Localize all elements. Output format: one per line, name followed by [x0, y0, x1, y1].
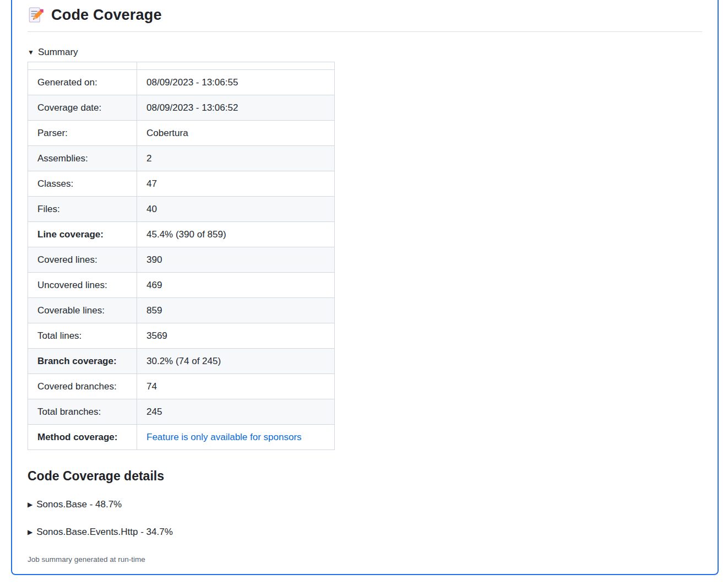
assembly-toggle[interactable]: ▶Sonos.Base.Events.Http - 34.7%	[28, 527, 702, 538]
row-label: Coverable lines:	[28, 298, 137, 323]
table-header-row	[28, 62, 335, 70]
row-label: Total lines:	[28, 323, 137, 349]
sponsors-link[interactable]: Feature is only available for sponsors	[146, 432, 302, 442]
table-header-cell	[28, 62, 137, 70]
table-row: Files: 40	[28, 197, 335, 222]
memo-icon	[28, 7, 45, 24]
row-value: 47	[137, 171, 335, 197]
row-label: Covered branches:	[28, 374, 137, 399]
row-label: Line coverage:	[28, 222, 137, 247]
assembly-label: Sonos.Base - 48.7%	[36, 499, 122, 510]
table-row: Coverage date: 08/09/2023 - 13:06:52	[28, 95, 335, 121]
assembly-label: Sonos.Base.Events.Http - 34.7%	[36, 527, 173, 537]
summary-toggle[interactable]: ▼Summary	[28, 47, 702, 58]
table-row: Uncovered lines: 469	[28, 273, 335, 298]
row-value: Feature is only available for sponsors	[137, 425, 335, 450]
coverage-summary-table: Generated on: 08/09/2023 - 13:06:55 Cove…	[28, 62, 335, 450]
triangle-right-icon: ▶	[28, 528, 32, 536]
table-row: Generated on: 08/09/2023 - 13:06:55	[28, 70, 335, 95]
page-title: Code Coverage	[51, 7, 162, 24]
row-label: Coverage date:	[28, 95, 137, 121]
row-label: Branch coverage:	[28, 349, 137, 374]
table-row: Line coverage: 45.4% (390 of 859)	[28, 222, 335, 247]
row-label: Classes:	[28, 171, 137, 197]
triangle-down-icon: ▼	[28, 48, 34, 56]
triangle-right-icon: ▶	[28, 501, 32, 508]
row-value: 30.2% (74 of 245)	[137, 349, 335, 374]
row-label: Assemblies:	[28, 146, 137, 171]
row-label: Uncovered lines:	[28, 273, 137, 298]
row-value: Cobertura	[137, 121, 335, 146]
row-label: Parser:	[28, 121, 137, 146]
table-row: Covered lines: 390	[28, 247, 335, 273]
table-row: Classes: 47	[28, 171, 335, 197]
page-header: Code Coverage	[28, 1, 702, 29]
row-value: 859	[137, 298, 335, 323]
table-row: Covered branches: 74	[28, 374, 335, 399]
footer-note: Job summary generated at run-time	[28, 555, 702, 564]
table-header-cell	[137, 62, 335, 70]
row-value: 390	[137, 247, 335, 273]
summary-section: ▼Summary Generated on: 08/09/2023 - 13:0…	[28, 47, 702, 450]
row-value: 45.4% (390 of 859)	[137, 222, 335, 247]
table-row: Assemblies: 2	[28, 146, 335, 171]
job-summary-frame: Code Coverage ▼Summary Generated on: 08/…	[11, 0, 719, 575]
row-value: 08/09/2023 - 13:06:55	[137, 70, 335, 95]
row-label: Method coverage:	[28, 425, 137, 450]
row-value: 40	[137, 197, 335, 222]
table-row: Total branches: 245	[28, 399, 335, 425]
row-value: 245	[137, 399, 335, 425]
table-row: Method coverage: Feature is only availab…	[28, 425, 335, 450]
row-label: Covered lines:	[28, 247, 137, 273]
row-value: 08/09/2023 - 13:06:52	[137, 95, 335, 121]
row-label: Total branches:	[28, 399, 137, 425]
assembly-details: ▶Sonos.Base - 48.7%	[28, 499, 702, 510]
details-heading: Code Coverage details	[28, 468, 702, 484]
row-value: 74	[137, 374, 335, 399]
assembly-toggle[interactable]: ▶Sonos.Base - 48.7%	[28, 499, 702, 510]
row-value: 469	[137, 273, 335, 298]
table-row: Branch coverage: 30.2% (74 of 245)	[28, 349, 335, 374]
table-row: Total lines: 3569	[28, 323, 335, 349]
header-divider	[28, 31, 702, 32]
table-row: Coverable lines: 859	[28, 298, 335, 323]
table-row: Parser: Cobertura	[28, 121, 335, 146]
row-value: 3569	[137, 323, 335, 349]
row-label: Files:	[28, 197, 137, 222]
row-label: Generated on:	[28, 70, 137, 95]
row-value: 2	[137, 146, 335, 171]
summary-label: Summary	[38, 47, 78, 57]
assembly-details: ▶Sonos.Base.Events.Http - 34.7%	[28, 527, 702, 538]
assembly-details-list: ▶Sonos.Base - 48.7% ▶Sonos.Base.Events.H…	[28, 499, 702, 538]
